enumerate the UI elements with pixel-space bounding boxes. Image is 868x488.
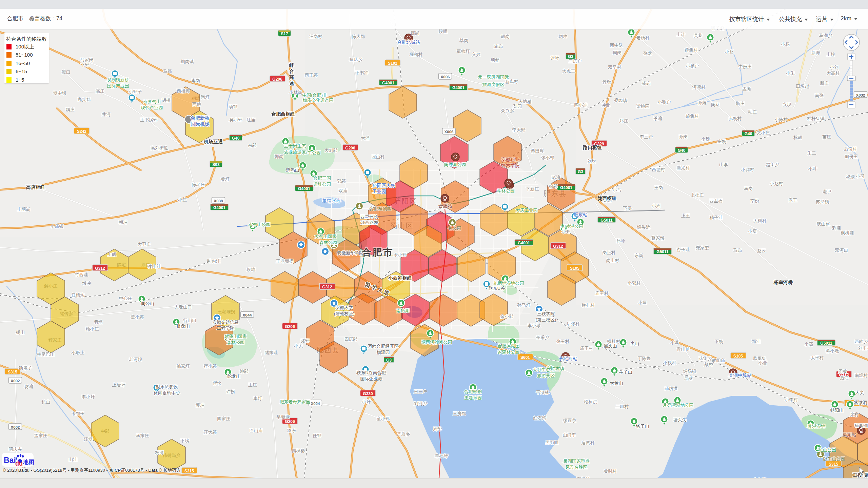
svg-text:X024: X024 [311, 402, 320, 406]
svg-text:三房户: 三房户 [569, 59, 582, 64]
svg-text:G4001: G4001 [560, 185, 572, 190]
svg-text:赵集乡: 赵集乡 [766, 162, 779, 167]
svg-text:安徽大学: 安徽大学 [335, 305, 353, 310]
svg-text:苗庄: 苗庄 [822, 134, 831, 139]
svg-text:四棵椿: 四棵椿 [292, 448, 305, 453]
svg-text:S601: S601 [520, 355, 530, 360]
svg-text:合肥融创: 合肥融创 [464, 389, 482, 394]
svg-text:机场互通: 机场互通 [203, 139, 223, 144]
svg-text:堰稍村: 堰稍村 [409, 52, 423, 57]
svg-text:休闲垂钓中心: 休闲垂钓中心 [153, 390, 180, 395]
svg-text:田埠赵: 田埠赵 [796, 84, 809, 89]
svg-text:柘皋河桥: 柘皋河桥 [773, 280, 793, 285]
svg-text:前份王: 前份王 [845, 154, 858, 159]
svg-text:合肥北城站: 合肥北城站 [397, 40, 420, 45]
svg-text:梁园镇: 梁园镇 [614, 98, 627, 103]
svg-text:小高: 小高 [804, 342, 813, 347]
svg-text:赵云: 赵云 [757, 248, 766, 253]
svg-text:西傍: 西傍 [192, 102, 201, 107]
svg-text:新库村: 新库村 [505, 79, 518, 84]
svg-text:小畈上: 小畈上 [71, 350, 85, 355]
svg-text:李小墩: 李小墩 [528, 323, 541, 328]
svg-text:小郢子: 小郢子 [129, 89, 142, 94]
svg-text:小朱: 小朱 [786, 70, 795, 76]
svg-text:和睦湖公园: 和睦湖公园 [561, 224, 584, 229]
svg-text:G5011: G5011 [820, 341, 832, 346]
svg-text:长临河站: 长临河站 [559, 356, 578, 361]
svg-text:安徽文达信息: 安徽文达信息 [212, 320, 239, 325]
svg-text:联东U谷: 联东U谷 [488, 286, 505, 291]
svg-text:姚家圩: 姚家圩 [177, 364, 190, 369]
svg-text:照山村: 照山村 [372, 154, 385, 159]
svg-text:蔡冲: 蔡冲 [196, 403, 204, 408]
svg-text:下郢: 下郢 [81, 62, 90, 67]
svg-text:主题乐园: 主题乐园 [464, 395, 482, 400]
svg-text:王岗: 王岗 [654, 185, 663, 190]
svg-text:大店工业园: 大店工业园 [516, 208, 538, 213]
svg-text:上杜庄: 上杜庄 [691, 192, 704, 198]
svg-text:汪庙: 汪庙 [246, 117, 255, 122]
svg-text:陶冲湖公园: 陶冲湖公园 [444, 162, 466, 167]
svg-text:山李: 山李 [719, 162, 728, 167]
svg-text:张小郢: 张小郢 [541, 155, 554, 160]
svg-text:刘岗镇: 刘岗镇 [181, 59, 194, 64]
svg-text:陀龙山: 陀龙山 [228, 374, 241, 379]
svg-text:G312: G312 [553, 244, 563, 249]
svg-text:小庄: 小庄 [178, 197, 187, 202]
svg-text:工程学院: 工程学院 [217, 326, 234, 331]
svg-text:顾小庄: 顾小庄 [86, 326, 99, 331]
svg-text:老河坝: 老河坝 [129, 357, 142, 362]
svg-text:冲北: 冲北 [601, 103, 610, 108]
svg-text:紫蓬山国家: 紫蓬山国家 [225, 334, 247, 339]
svg-text:上计: 上计 [676, 32, 685, 37]
svg-text:小李村: 小李村 [785, 397, 798, 402]
svg-text:(磬苑校区): (磬苑校区) [334, 311, 355, 316]
svg-text:陈大郢: 陈大郢 [352, 34, 365, 39]
svg-text:张龙: 张龙 [643, 51, 652, 56]
svg-text:寿县蜀山: 寿县蜀山 [143, 99, 161, 104]
svg-text:巴山庙: 巴山庙 [250, 428, 263, 433]
svg-text:背坎: 背坎 [213, 381, 221, 386]
svg-text:靳庄: 靳庄 [736, 101, 745, 106]
svg-text:鸡鸣山: 鸡鸣山 [286, 167, 299, 172]
svg-text:G206: G206 [345, 146, 355, 150]
svg-text:三十岗生态: 三十岗生态 [284, 143, 306, 148]
svg-text:王三户: 王三户 [414, 389, 427, 394]
svg-text:二咀村: 二咀村 [616, 404, 629, 409]
svg-text:大刘郢: 大刘郢 [324, 148, 338, 153]
svg-text:余郢: 余郢 [248, 143, 257, 148]
svg-text:吴小郢: 吴小郢 [230, 117, 243, 122]
svg-text:蔡田埠: 蔡田埠 [531, 148, 544, 154]
svg-text:双早村: 双早村 [608, 65, 622, 70]
svg-text:朱二: 朱二 [807, 150, 816, 156]
svg-text:小杨: 小杨 [781, 42, 790, 47]
svg-text:青山傅: 青山傅 [677, 347, 690, 352]
svg-text:张圩: 张圩 [550, 55, 559, 60]
svg-text:大梅村: 大梅村 [753, 218, 767, 223]
svg-text:大黄山: 大黄山 [610, 381, 623, 386]
svg-text:三联学院: 三联学院 [537, 311, 555, 316]
svg-text:墩冲: 墩冲 [82, 281, 91, 286]
svg-text:元一双凤湖国际: 元一双凤湖国际 [478, 75, 509, 80]
svg-text:庙黄村: 庙黄村 [581, 440, 595, 445]
svg-text:马家庄: 马家庄 [136, 433, 149, 438]
svg-text:国际产业园: 国际产业园 [107, 83, 129, 88]
svg-text:巢湖中埠站: 巢湖中埠站 [729, 373, 752, 378]
svg-text:X002: X002 [11, 425, 20, 429]
svg-text:后汪: 后汪 [840, 375, 849, 381]
svg-text:郭岗: 郭岗 [275, 154, 283, 159]
svg-text:张玉村: 张玉村 [556, 339, 570, 344]
svg-text:X044: X044 [243, 313, 252, 317]
svg-text:肥东老母鸡家园: 肥东老母鸡家园 [280, 399, 311, 404]
svg-text:du: du [15, 460, 23, 467]
svg-text:汤郢: 汤郢 [229, 104, 237, 109]
svg-text:塔子山: 塔子山 [636, 424, 649, 429]
svg-text:S242: S242 [77, 129, 86, 134]
svg-text:庙王村: 庙王村 [595, 291, 609, 296]
svg-text:小林岗: 小林岗 [289, 90, 302, 95]
svg-text:周黄: 周黄 [838, 369, 847, 374]
svg-text:G4001: G4001 [213, 205, 225, 210]
svg-text:长山: 长山 [41, 399, 50, 404]
svg-text:学林公园: 学林公园 [497, 188, 515, 194]
svg-text:庵王: 庵王 [788, 198, 797, 203]
